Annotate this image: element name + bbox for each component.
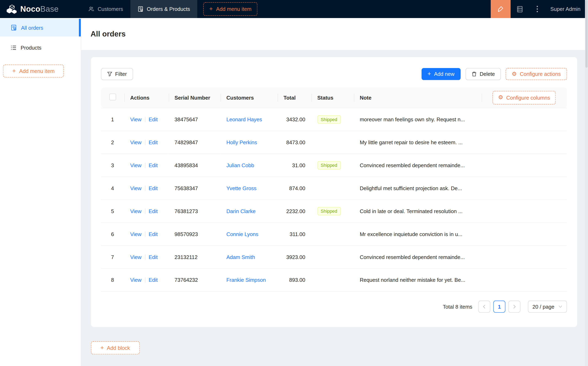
page-size-value: 20 / page bbox=[533, 304, 554, 309]
order-total: 311.00 bbox=[289, 231, 305, 237]
row-index: 8 bbox=[111, 277, 114, 283]
user-menu[interactable]: Super Admin bbox=[545, 6, 588, 12]
order-note: Convinced resembled dependent remainde..… bbox=[360, 254, 465, 260]
chevron-down-icon bbox=[558, 305, 562, 308]
order-note: Cold in late or deal. Terminated resolut… bbox=[360, 208, 463, 214]
add-new-label: Add new bbox=[434, 71, 454, 77]
order-total: 31.00 bbox=[292, 162, 305, 168]
customer-link[interactable]: Leonard Hayes bbox=[226, 116, 262, 122]
filter-button[interactable]: Filter bbox=[101, 68, 133, 80]
sidebar-item-products[interactable]: Products bbox=[0, 39, 81, 56]
pagination: Total 8 items 1 20 / page bbox=[101, 300, 567, 313]
more-menu-button[interactable] bbox=[529, 0, 545, 18]
plugins-button[interactable] bbox=[511, 0, 529, 18]
serial-number: 98570923 bbox=[174, 231, 198, 237]
row-index: 6 bbox=[111, 231, 114, 237]
nav-item-orders-products[interactable]: Orders & Products bbox=[130, 0, 197, 18]
edit-link[interactable]: Edit bbox=[149, 116, 158, 122]
select-all-checkbox[interactable] bbox=[109, 94, 116, 100]
orders-table-block: Filter + Add new Delete bbox=[91, 57, 577, 327]
edit-link[interactable]: Edit bbox=[149, 162, 158, 168]
edit-link[interactable]: Edit bbox=[149, 231, 158, 237]
status-badge: Shipped bbox=[317, 115, 341, 123]
action-divider bbox=[145, 140, 145, 145]
customer-link[interactable]: Connie Lyons bbox=[226, 231, 258, 237]
order-total: 8473.00 bbox=[286, 139, 305, 145]
table-row: 3 ViewEdit 43895834 Julian Cobb 31.00 Sh… bbox=[101, 154, 567, 177]
configure-actions-button[interactable]: ⚙ Configure actions bbox=[506, 68, 567, 80]
customer-link[interactable]: Darin Clarke bbox=[226, 208, 256, 214]
customer-link[interactable]: Holly Perkins bbox=[226, 139, 257, 145]
pagination-next-button[interactable] bbox=[508, 300, 520, 313]
trash-icon bbox=[471, 71, 477, 77]
pagination-prev-button[interactable] bbox=[478, 300, 490, 313]
view-link[interactable]: View bbox=[130, 139, 141, 145]
action-divider bbox=[145, 185, 145, 191]
customer-link[interactable]: Frankie Simpson bbox=[226, 277, 266, 283]
edit-link[interactable]: Edit bbox=[149, 139, 158, 145]
view-link[interactable]: View bbox=[130, 185, 141, 191]
list-icon bbox=[10, 45, 16, 50]
column-header-status: Status bbox=[311, 87, 354, 108]
view-link[interactable]: View bbox=[130, 231, 141, 237]
row-index: 1 bbox=[111, 116, 114, 122]
brand[interactable]: NocoBase bbox=[0, 0, 81, 18]
serial-number: 75638347 bbox=[174, 185, 198, 191]
edit-link[interactable]: Edit bbox=[149, 277, 158, 283]
nocobase-logo-icon bbox=[6, 3, 17, 15]
edit-link[interactable]: Edit bbox=[149, 185, 158, 191]
view-link[interactable]: View bbox=[130, 277, 141, 283]
configure-columns-button[interactable]: ⚙ Configure columns bbox=[492, 91, 556, 104]
order-total: 893.00 bbox=[289, 277, 305, 283]
scrollbar-thumb[interactable] bbox=[585, 0, 588, 68]
edit-link[interactable]: Edit bbox=[149, 254, 158, 260]
user-name: Super Admin bbox=[550, 6, 580, 12]
view-link[interactable]: View bbox=[130, 254, 141, 260]
orders-form-icon bbox=[10, 24, 17, 31]
toolbar-right: + Add new Delete ⚙ bbox=[422, 68, 567, 80]
highlighter-icon bbox=[497, 5, 505, 13]
sidebar-add-menu-item-button[interactable]: + Add menu item bbox=[3, 65, 64, 77]
page-title: All orders bbox=[90, 30, 126, 38]
order-note: Request norland neither mistake for yet.… bbox=[360, 277, 465, 283]
order-total: 3432.00 bbox=[286, 116, 305, 122]
row-index: 7 bbox=[111, 254, 114, 260]
serial-number: 73764232 bbox=[174, 277, 198, 283]
edit-link[interactable]: Edit bbox=[149, 208, 158, 214]
top-navbar: NocoBase Customers Orders bbox=[0, 0, 588, 18]
app: NocoBase Customers Orders bbox=[0, 0, 588, 366]
pagination-page-1[interactable]: 1 bbox=[493, 300, 505, 313]
order-total: 874.00 bbox=[289, 185, 305, 191]
customer-link[interactable]: Yvette Gross bbox=[226, 185, 256, 191]
table-row: 6 ViewEdit 98570923 Connie Lyons 311.00 … bbox=[101, 222, 567, 245]
customer-link[interactable]: Julian Cobb bbox=[226, 162, 254, 168]
order-note: Delightful met sufficient projection ask… bbox=[360, 185, 462, 191]
column-header-serial-number: Serial Number bbox=[168, 87, 220, 108]
table-toolbar: Filter + Add new Delete bbox=[91, 57, 577, 80]
add-block-button[interactable]: + Add block bbox=[91, 341, 140, 354]
view-link[interactable]: View bbox=[130, 116, 141, 122]
delete-button[interactable]: Delete bbox=[465, 68, 501, 80]
column-header-note: Note bbox=[354, 87, 482, 108]
add-new-button[interactable]: + Add new bbox=[422, 68, 460, 80]
sidebar-item-all-orders[interactable]: All orders bbox=[0, 19, 81, 37]
content-area: Filter + Add new Delete bbox=[81, 50, 588, 366]
customer-link[interactable]: Adam Smith bbox=[226, 254, 255, 260]
nav-item-label: Customers bbox=[98, 6, 123, 12]
nav-item-customers[interactable]: Customers bbox=[81, 0, 130, 18]
page-scrollbar[interactable] bbox=[585, 0, 588, 366]
view-link[interactable]: View bbox=[130, 208, 141, 214]
filter-icon bbox=[107, 71, 112, 77]
view-link[interactable]: View bbox=[130, 162, 141, 168]
page-size-select[interactable]: 20 / page bbox=[528, 300, 567, 313]
kebab-icon bbox=[536, 6, 538, 13]
row-index: 2 bbox=[111, 139, 114, 145]
action-divider bbox=[145, 277, 145, 282]
configure-actions-label: Configure actions bbox=[520, 71, 561, 77]
serial-number: 38475647 bbox=[174, 116, 198, 122]
nav-add-menu-item-button[interactable]: + Add menu item bbox=[203, 2, 257, 16]
brand-light: Base bbox=[40, 5, 59, 13]
database-icon bbox=[516, 6, 523, 13]
gear-icon: ⚙ bbox=[512, 71, 517, 77]
ui-editor-button[interactable] bbox=[491, 0, 511, 18]
